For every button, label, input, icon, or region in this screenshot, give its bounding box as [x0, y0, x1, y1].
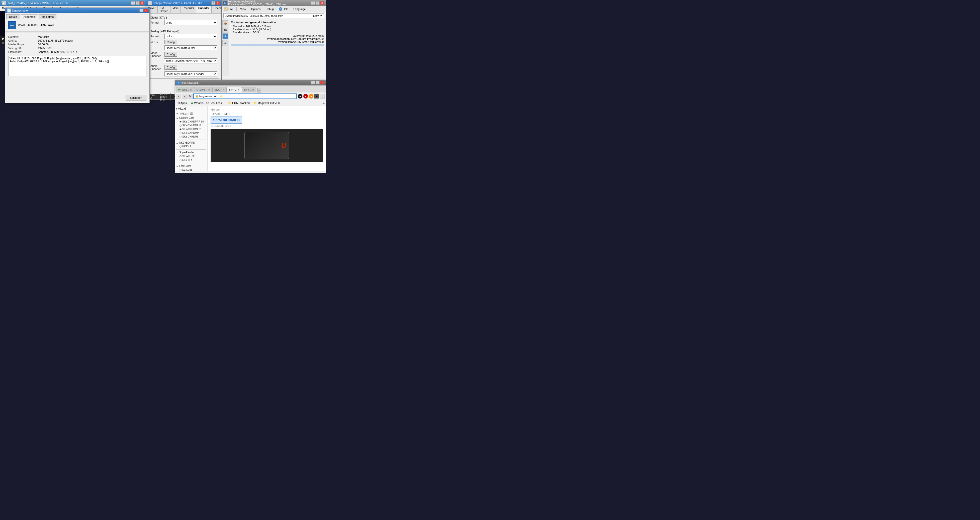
video-config-btn[interactable]: Config — [164, 52, 177, 57]
item-cxhdmp[interactable]: SKY-CXHDMP — [176, 131, 206, 135]
browser-tabs: W Wha... ✕ G Skyd... ✕ SKY... ✕ SKY-... … — [175, 86, 326, 92]
tab-sky3-close[interactable]: ✕ — [238, 89, 240, 91]
mi-help-btn[interactable]: ? Help — [277, 7, 290, 11]
ext1-btn[interactable]: ● — [298, 94, 302, 99]
url-text: blog.naver.com — [199, 95, 218, 98]
tab-sky2-close[interactable]: ✕ — [223, 89, 224, 91]
tab-sky4[interactable]: SKY... ✕ — [242, 87, 256, 92]
tab-sky3[interactable]: SKY-... ✕ — [227, 87, 242, 92]
url-bar[interactable]: 🔒 blog.naver.com ⭐ — [193, 94, 297, 99]
bookmark-hdmi[interactable]: 📁 HDMI cracked — [227, 101, 251, 105]
tab-recorder[interactable]: Recorder — [181, 6, 196, 13]
digital-title: Digital ( DTV ) — [150, 16, 217, 19]
mi-player-link[interactable]: Go to the web site of a player for this … — [231, 45, 324, 46]
item-cxhdmiu2[interactable]: SKY-CXHDMIU2 — [176, 127, 206, 131]
config-close-btn[interactable]: ✕ — [216, 1, 220, 5]
browser-minimize-btn[interactable]: _ — [311, 81, 315, 84]
bookmark-whatis[interactable]: W What Is The Best Loss... — [189, 101, 226, 105]
cat-all[interactable]: ▼ 전체보기 (2) — [176, 111, 206, 116]
cat-capture[interactable]: ▲ Capture Card — [176, 116, 206, 120]
device-photo: U — [244, 132, 289, 159]
props-close-btn-title[interactable]: ✕ — [144, 9, 148, 12]
ext2-btn[interactable]: ● — [303, 94, 308, 99]
tab-wha[interactable]: W Wha... ✕ — [176, 87, 194, 92]
si-info-icon[interactable]: ℹ — [223, 33, 228, 39]
tab-wha-close[interactable]: ✕ — [190, 89, 192, 91]
tab-skyd-close[interactable]: ✕ — [208, 89, 210, 91]
browser-maximize-btn[interactable]: □ — [316, 81, 320, 84]
cat-nkeyboard[interactable]: ▲ NKEYBOARD — [176, 141, 206, 145]
item-cxhdmi[interactable]: SKY-CXHDMI — [176, 135, 206, 138]
si-video-icon[interactable]: 🎬 — [223, 27, 228, 33]
mi-file-btn[interactable]: 📁 File — [223, 7, 234, 11]
cat-superreader[interactable]: ▲ SuperReader — [176, 151, 206, 154]
forward-btn[interactable]: › — [182, 94, 187, 99]
sidebar-breadcrumb: 카테고리 — [176, 107, 206, 111]
refresh-btn[interactable]: ↻ — [188, 94, 192, 99]
item-tfe30[interactable]: SKY-TFe30 — [176, 154, 206, 158]
tab-main[interactable]: Main — [170, 6, 181, 13]
ext4-btn[interactable]: ▶ — [314, 94, 319, 99]
ext5-btn[interactable]: ⋮ — [320, 94, 325, 99]
ext3-btn[interactable]: ● — [309, 94, 313, 99]
muxer-select[interactable]: <def> Sky Smart Muxer — [164, 45, 217, 50]
value-laenge: 00:00:06 — [38, 43, 146, 46]
mi-view-btn[interactable]: View — [239, 7, 248, 11]
analog-format-select[interactable]: .mkv — [164, 34, 217, 39]
muxer-config-btn[interactable]: Config — [164, 40, 177, 45]
si-audio-icon[interactable]: 🔊 — [223, 40, 228, 46]
audio-encoder-select[interactable]: <def> Sky Smart MP3 Encoder — [164, 72, 217, 76]
play-btn[interactable]: ▶ — [2, 37, 5, 40]
props-tab-bar: Details Allgemein MediaInfo — [5, 13, 150, 19]
cat-lockdown[interactable]: ▲ LockDown — [176, 164, 206, 168]
tab-encoder[interactable]: Encoder — [196, 6, 212, 13]
mediainfo-minimize-btn[interactable]: _ — [311, 1, 315, 5]
view-select[interactable]: Easy — [312, 14, 323, 18]
props-table: Dateityp: Matroska Größe: 167 MB (175.35… — [5, 34, 150, 55]
tab-ext-device[interactable]: Ext Device — [158, 6, 170, 13]
bookmark-whatis-label: What Is The Best Loss... — [194, 102, 224, 105]
bookmark-magewell[interactable]: 📁 Magewell mit VLC — [252, 101, 282, 105]
mi-language-btn[interactable]: Language — [292, 7, 307, 11]
item-cxhdmiu6[interactable]: SKY-CXHDMIU6 — [176, 124, 206, 127]
tab-sky4-close[interactable]: ✕ — [252, 89, 254, 91]
new-tab-btn[interactable]: + — [257, 88, 261, 92]
si-container-icon[interactable]: 📦 — [223, 20, 228, 26]
props-maximize-btn[interactable]: □ — [139, 9, 143, 12]
item-cxhdprp[interactable]: SKY-CXHDPRP-60 — [176, 120, 206, 124]
mi-general-title: Container and general information — [231, 21, 324, 24]
audio-config-btn[interactable]: Config — [164, 65, 177, 70]
mpc-maximize-btn[interactable]: □ — [136, 1, 140, 5]
apps-bookmark[interactable]: ⊞ Apps — [176, 101, 188, 105]
digital-format-select[interactable]: .mpg — [164, 20, 217, 25]
mediainfo-titlebar: M MediaArea.net/MediaInfo - E:\capturevi… — [222, 0, 326, 6]
mediainfo-path: E:\capturevideo\2017_05\0528_H21M45_HDMI… — [223, 13, 324, 18]
tab-mediainfo[interactable]: MediaInfo — [39, 14, 56, 19]
mediainfo-maximize-btn[interactable]: □ — [316, 1, 320, 5]
analog-format-label: Format — [150, 35, 163, 38]
help-icon: ? — [279, 7, 282, 11]
mi-debug-btn[interactable]: Debug — [264, 7, 275, 11]
item-nkey1[interactable]: NKEY-1 — [176, 145, 206, 148]
mediainfo-content: Container and general information Matros… — [229, 19, 326, 46]
mpc-close-btn[interactable]: ✕ — [140, 1, 144, 5]
item-ezld25[interactable]: EZ-LD25 — [176, 168, 206, 171]
mi-options-btn[interactable]: Options — [250, 7, 262, 11]
browser-close-btn[interactable]: ✕ — [320, 81, 324, 84]
back-btn[interactable]: ‹ — [176, 94, 181, 99]
config-help-btn[interactable]: ? — [212, 1, 215, 5]
value-erstellt: Sonntag, 28. Mai 2017 19:45:17 — [38, 50, 146, 53]
browser-window: N blog.naver.com _ □ ✕ W Wha... ✕ G Skyd… — [175, 80, 326, 173]
bookmarks-more[interactable]: » — [323, 102, 325, 105]
item-tfe[interactable]: SKY-TFe — [176, 158, 206, 162]
close-schliessen-btn[interactable]: Schließen — [126, 95, 146, 100]
tab-skyd[interactable]: G Skyd... ✕ — [194, 87, 212, 92]
tab-allgemein[interactable]: Allgemein — [21, 14, 38, 19]
tab-details[interactable]: Details — [6, 14, 20, 19]
tab-sky2[interactable]: SKY... ✕ — [212, 87, 227, 92]
device-logo: U — [281, 142, 286, 149]
mediainfo-close-btn[interactable]: ✕ — [320, 1, 324, 5]
video-encoder-select[interactable]: <user> UtVideo YUV422 BT.709 DMO — [164, 58, 217, 64]
mpc-minimize-btn[interactable]: _ — [131, 1, 135, 5]
mi-audio-streams: 1 audio stream: AC-3 — [233, 31, 324, 34]
